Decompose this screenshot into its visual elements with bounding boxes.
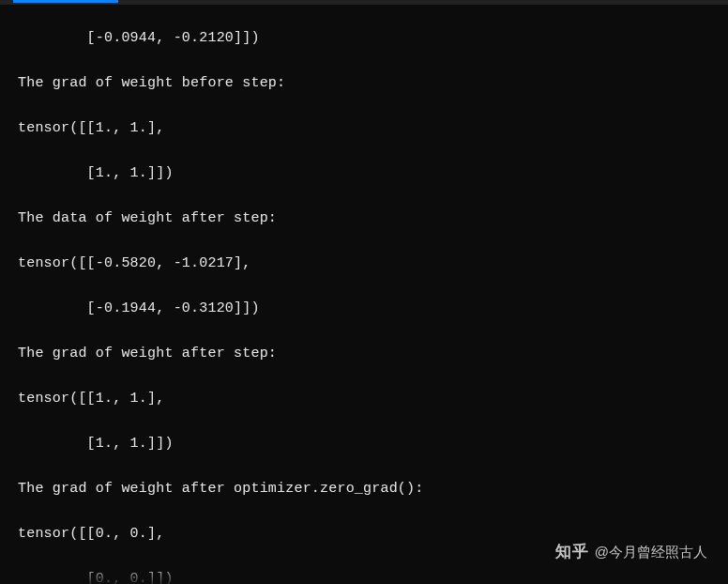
terminal-line: [1., 1.]]) <box>18 433 728 455</box>
terminal-line: The grad of weight after step: <box>18 343 728 365</box>
active-tab-indicator <box>13 0 118 3</box>
zhihu-logo-icon: 知乎 <box>555 541 589 563</box>
terminal-line: [1., 1.]]) <box>18 162 728 185</box>
terminal-line: The grad of weight before step: <box>18 72 728 95</box>
terminal-line: tensor([[1., 1.], <box>18 117 728 140</box>
terminal-line: The data of weight after step: <box>18 207 728 230</box>
zhihu-author-handle: @今月曾经照古人 <box>595 541 707 563</box>
terminal-line: [0., 0.]]) <box>18 568 728 584</box>
terminal-output[interactable]: [-0.0944, -0.2120]]) The grad of weight … <box>0 5 728 584</box>
terminal-line: [-0.1944, -0.3120]]) <box>18 298 728 320</box>
terminal-line: tensor([[-0.5820, -1.0217], <box>18 253 728 275</box>
terminal-line: [-0.0944, -0.2120]]) <box>18 27 728 50</box>
zhihu-watermark: 知乎 @今月曾经照古人 <box>555 541 707 563</box>
terminal-line: tensor([[1., 1.], <box>18 388 728 410</box>
terminal-line: The grad of weight after optimizer.zero_… <box>18 478 728 500</box>
